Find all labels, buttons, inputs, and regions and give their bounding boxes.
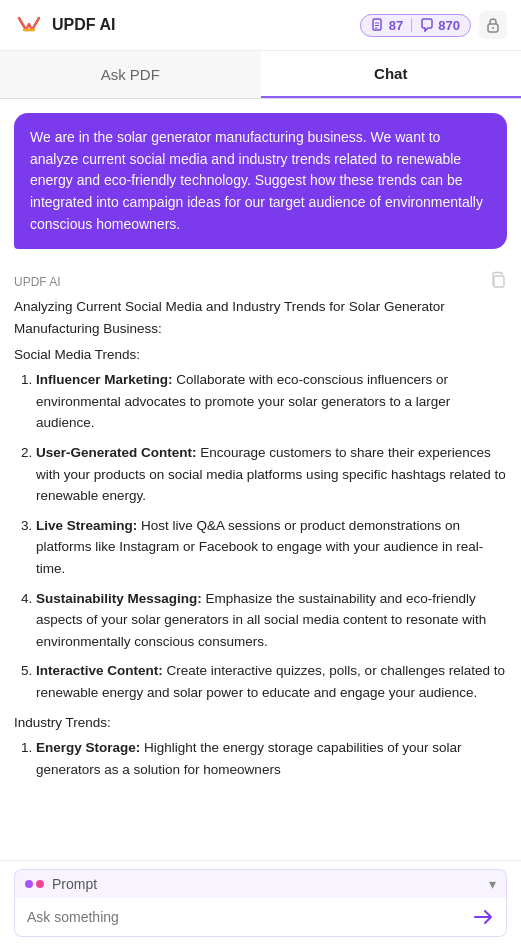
item-title: Live Streaming: [36, 518, 137, 533]
chat-badge: 870 [420, 18, 460, 33]
prompt-top-bar: Prompt ▾ [14, 869, 507, 898]
ai-sender-label: UPDF AI [14, 275, 61, 289]
list-item: Energy Storage: Highlight the energy sto… [36, 737, 507, 780]
social-media-label: Social Media Trends: [14, 344, 507, 366]
ai-response-header: UPDF AI [14, 265, 507, 296]
list-item: User-Generated Content: Encourage custom… [36, 442, 507, 507]
item-title: User-Generated Content: [36, 445, 197, 460]
list-item: Live Streaming: Host live Q&A sessions o… [36, 515, 507, 580]
social-media-list: Influencer Marketing: Collaborate with e… [14, 369, 507, 703]
badge-group[interactable]: 87 870 [360, 14, 471, 37]
item-title: Sustainability Messaging: [36, 591, 202, 606]
app-title: UPDF AI [52, 16, 115, 34]
svg-rect-7 [494, 276, 504, 287]
tab-ask-pdf[interactable]: Ask PDF [0, 51, 261, 98]
ai-response-body: Analyzing Current Social Media and Indus… [14, 296, 507, 798]
lock-icon [485, 17, 501, 33]
logo-group: UPDF AI [14, 10, 115, 40]
chat-scroll-area: We are in the solar generator manufactur… [0, 99, 521, 886]
badge-divider [411, 18, 412, 32]
svg-point-6 [492, 27, 494, 29]
list-item: Sustainability Messaging: Emphasize the … [36, 588, 507, 653]
prompt-label-group: Prompt [25, 876, 97, 892]
prompt-chevron-button[interactable]: ▾ [489, 876, 496, 892]
copy-button[interactable] [489, 271, 507, 292]
list-item: Interactive Content: Create interactive … [36, 660, 507, 703]
industry-label: Industry Trends: [14, 712, 507, 734]
user-message-bubble: We are in the solar generator manufactur… [14, 113, 507, 249]
prompt-input-row [14, 898, 507, 937]
pdf-badge-icon [371, 18, 385, 32]
chat-messages: We are in the solar generator manufactur… [0, 99, 521, 798]
send-icon [472, 906, 494, 928]
send-button[interactable] [472, 906, 494, 928]
industry-list: Energy Storage: Highlight the energy sto… [14, 737, 507, 780]
ai-intro: Analyzing Current Social Media and Indus… [14, 296, 507, 339]
item-title: Interactive Content: [36, 663, 163, 678]
list-item: Influencer Marketing: Collaborate with e… [36, 369, 507, 434]
item-title: Influencer Marketing: [36, 372, 173, 387]
dot-purple [25, 880, 33, 888]
tab-bar: Ask PDF Chat [0, 51, 521, 99]
item-title: Energy Storage: [36, 740, 140, 755]
copy-icon [489, 271, 507, 289]
prompt-label: Prompt [52, 876, 97, 892]
app-header: UPDF AI 87 870 [0, 0, 521, 51]
lock-button[interactable] [479, 11, 507, 39]
prompt-dots [25, 880, 44, 888]
dot-pink [36, 880, 44, 888]
prompt-bar: Prompt ▾ [0, 860, 521, 947]
pdf-badge: 87 [371, 18, 403, 33]
updf-logo-icon [14, 10, 44, 40]
chat-badge-icon [420, 18, 434, 32]
prompt-input[interactable] [27, 909, 472, 925]
header-right: 87 870 [360, 11, 507, 39]
tab-chat[interactable]: Chat [261, 51, 522, 98]
